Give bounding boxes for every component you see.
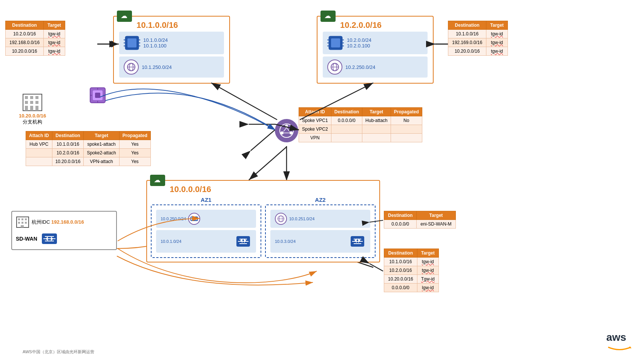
tgw-hub-rt-r1-dest: 10.1.0.0/16 (52, 140, 84, 149)
az1-subnet1: 10.0.1.0/24 (156, 230, 256, 253)
svg-rect-86 (18, 222, 20, 224)
rt-hub-sdwan-r1-dest: 0.0.0.0/0 (384, 220, 417, 229)
idc-name: 杭州IDC (32, 219, 51, 225)
az2-subnet3: 10.0.3.0/24 (270, 230, 370, 253)
rt-hub-tgw: Destination Target 10.1.0.0/16 tgw-id 10… (384, 249, 439, 292)
sdwan-endpoint-az2 (275, 213, 287, 225)
az2-box: 10.0.251.0/24 10.0.3.0/24 (265, 204, 376, 258)
branch-label: 分支机构 (23, 119, 42, 125)
vpc2-subnet1-ip: 10.2.0.100 (347, 43, 371, 49)
svg-line-109 (211, 83, 277, 120)
tgw-spoke-rt-r1-target: Hub-attach (362, 116, 391, 125)
vpc1-subnet2-cidr: 10.1.250.0/24 (142, 64, 172, 70)
az2-subnet3-cidr: 10.0.3.0/24 (275, 239, 296, 244)
tgw-hub-rt-r3-attach (26, 157, 52, 166)
rt-vpc2-target-header: Target (486, 21, 508, 30)
svg-rect-41 (25, 101, 28, 104)
svg-rect-84 (21, 218, 23, 220)
rt-vpc1: Destination Target 10.2.0.0/16 tgw-id 19… (5, 21, 65, 56)
vpc1-box: ☁ 10.1.0.0/16 10.1.0.0/24 10.1.0.100 (113, 16, 230, 84)
svg-rect-39 (30, 96, 33, 99)
tgw-spoke-rt-r2-dest (331, 125, 362, 134)
tgw-spoke-rt-r1-dest: 0.0.0.0/0 (331, 116, 362, 125)
tgw-spoke-rt-r3-attach: VPN (299, 134, 331, 142)
svg-rect-14 (127, 38, 136, 47)
svg-text:☁: ☁ (324, 12, 331, 20)
tgw-network-icon (279, 123, 294, 138)
az2-subnet251-cidr: 10.0.251.0/24 (289, 217, 314, 221)
vpc1-cidr: 10.1.0.0/16 (136, 20, 225, 30)
svg-point-55 (285, 125, 288, 128)
az2-subnet-251: 10.0.251.0/24 (270, 210, 370, 228)
cloud-icon-hub: ☁ (149, 174, 166, 188)
svg-rect-83 (18, 218, 20, 220)
tgw-hub-rt-r1-attach: Hub VPC (26, 140, 52, 149)
sdwan-appliance-icon (41, 232, 58, 246)
rt-hub-sdwan-target-hdr: Target (417, 211, 455, 220)
vpc1-subnet1-ip: 10.1.0.100 (143, 43, 168, 49)
tgw-spoke-rt-r2-prop (391, 125, 422, 134)
tgw-spoke-rt: Attach ID Destination Target Propagated … (299, 107, 422, 142)
tgw-spoke-rt-dest: Destination (331, 108, 362, 116)
tgw-spoke-rt-r1-prop: No (391, 116, 422, 125)
aws-smile-icon (606, 345, 633, 353)
aws-text: aws (606, 331, 626, 343)
rt-vpc2-dest-header: Destination (448, 21, 486, 30)
rt-hub-sdwan-r1-target: eni-SD-WAN-M (417, 220, 455, 229)
tgw-spoke-rt-attachid: Attach ID (299, 108, 331, 116)
rt-vpc1-target-header: Target (44, 21, 65, 30)
rt-vpc1-row1-dest: 10.2.0.0/16 (6, 30, 44, 38)
rt-hub-tgw-r1-dest: 10.1.0.0/16 (384, 258, 417, 266)
aws-logo: aws (606, 331, 633, 355)
az1-subnet-250: 10.0.250.0/24 (156, 210, 256, 228)
svg-line-108 (370, 264, 383, 271)
tgw-spoke-rt-target: Target (362, 108, 391, 116)
tgw-hub-rt-r2-target: Spoke2-attach (84, 149, 119, 157)
chip-icon-vpc2 (327, 35, 344, 51)
rt-vpc2-row2-target: tgw-id (486, 38, 508, 47)
az1-box: 10.0.250.0/24 10.0.1.0/24 (151, 204, 261, 258)
vpn-icon-vpc1 (124, 59, 139, 75)
idc-header: 杭州IDC 192.168.0.0/16 (16, 215, 112, 229)
rt-vpc2-row3-target: tgw-id (486, 47, 508, 56)
rt-hub-tgw-dest-hdr: Destination (384, 249, 417, 258)
svg-rect-85 (25, 218, 27, 220)
tgw-hub-rt-r2-attach (26, 149, 52, 157)
idc-box: 杭州IDC 192.168.0.0/16 SD-WAN (11, 211, 117, 250)
tgw-hub-rt-r2-prop: Yes (119, 149, 150, 157)
tgw-icon (275, 119, 298, 142)
svg-line-59 (284, 128, 287, 131)
chip-icon-vpc1 (124, 35, 140, 51)
tgw-spoke-rt-r3-prop (391, 134, 422, 142)
tgw-spoke-rt-prop: Propagated (391, 108, 422, 116)
svg-point-57 (281, 131, 284, 134)
tgw-spoke-rt-r2-target (362, 125, 391, 134)
svg-rect-42 (30, 101, 33, 104)
sdwan-icon-az2 (349, 233, 366, 250)
svg-rect-27 (331, 38, 340, 47)
vpc2-subnet1: 10.2.0.0/24 10.2.0.100 (323, 32, 428, 54)
svg-rect-46 (35, 106, 38, 111)
svg-marker-96 (628, 346, 632, 348)
svg-line-106 (249, 147, 287, 180)
tgw-hub-rt-r1-target: spoke1-attach (84, 140, 119, 149)
idc-cidr: 192.168.0.0/16 (51, 219, 84, 225)
branch-cidr: 10.20.0.0/16 (19, 113, 46, 119)
vpc2-cidr: 10.2.0.0/16 (340, 20, 429, 30)
az1-subnet250-cidr: 10.0.250.0/24 (161, 217, 186, 221)
svg-rect-43 (35, 101, 38, 104)
svg-rect-49 (95, 93, 100, 98)
rt-vpc2: Destination Target 10.1.0.0/16 tgw-id 19… (448, 21, 508, 56)
tgw-hub-rt-r3-dest: 10.20.0.0/16 (52, 157, 84, 166)
rt-hub-tgw-r1-target: tgw-id (417, 258, 439, 266)
vpc1-subnet2: 10.1.250.0/24 (119, 56, 224, 78)
tgw-hub-rt-attachid: Attach ID (26, 131, 52, 140)
rt-vpc2-row2-dest: 192.169.0.0/16 (448, 38, 486, 47)
vpc2-box: ☁ 10.2.0.0/16 10.2.0.0/24 10.2.0.100 10.… (317, 16, 434, 84)
rt-hub-tgw-r3-target: Tgw-id (417, 275, 439, 284)
svg-rect-88 (25, 222, 27, 224)
rt-hub-tgw-r2-target: tgw-id (417, 266, 439, 275)
svg-text:☁: ☁ (154, 176, 161, 184)
vpc2-subnet2-cidr: 10.2.250.0/24 (345, 64, 376, 70)
rt-vpc1-row3-dest: 10.20.0.0/16 (6, 47, 44, 56)
